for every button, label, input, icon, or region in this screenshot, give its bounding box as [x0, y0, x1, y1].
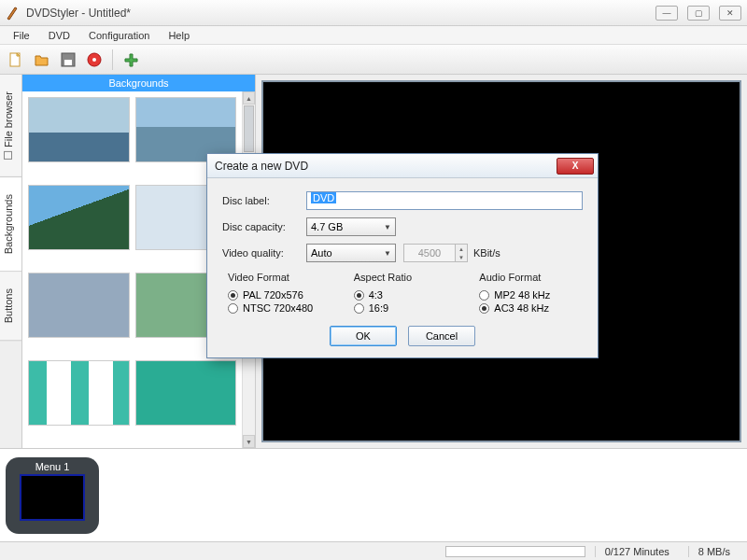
svg-point-4 — [92, 58, 96, 62]
app-icon — [6, 6, 21, 21]
side-tabs: File browser Backgrounds Buttons — [0, 75, 22, 448]
menu-chip-label: Menu 1 — [35, 461, 70, 472]
aspect-ratio-group: Aspect Ratio 4:3 16:9 — [348, 272, 458, 315]
new-file-icon — [7, 51, 24, 68]
status-progress — [445, 546, 585, 557]
cancel-button[interactable]: Cancel — [408, 326, 475, 346]
new-dvd-dialog: Create a new DVD X Disc label: DVD Disc … — [206, 153, 599, 358]
spinner-down-icon[interactable]: ▼ — [456, 253, 467, 261]
toolbar — [0, 45, 747, 75]
video-quality-label: Video quality: — [222, 247, 306, 259]
timeline: Menu 1 — [0, 448, 747, 541]
window-close-button[interactable]: ✕ — [719, 6, 741, 21]
window-titlebar: DVDStyler - Untitled* — ▢ ✕ — [0, 0, 747, 26]
bitrate-spinner[interactable]: ▲▼ — [455, 244, 468, 262]
radio-icon — [228, 290, 238, 301]
radio-mp2[interactable]: MP2 48 kHz — [473, 288, 583, 301]
radio-icon — [228, 303, 238, 314]
radio-icon — [354, 290, 364, 301]
audio-format-group: Audio Format MP2 48 kHz AC3 48 kHz — [473, 272, 583, 315]
disc-label-input[interactable]: DVD — [306, 191, 583, 210]
sidetab-label: Backgrounds — [3, 194, 14, 254]
disc-burn-icon — [86, 51, 103, 68]
dialog-title: Create a new DVD — [215, 160, 557, 173]
spinner-up-icon[interactable]: ▲ — [456, 245, 467, 253]
menu-file[interactable]: File — [4, 28, 39, 43]
save-icon — [60, 51, 77, 68]
plus-icon — [122, 51, 139, 68]
bitrate-input: 4500 — [403, 244, 456, 262]
disc-capacity-value: 4.7 GB — [311, 221, 343, 232]
scroll-up-button[interactable]: ▲ — [243, 91, 255, 105]
scroll-down-button[interactable]: ▼ — [243, 435, 255, 448]
background-thumbnail[interactable] — [135, 360, 237, 426]
radio-ntsc[interactable]: NTSC 720x480 — [222, 301, 331, 315]
radio-pal[interactable]: PAL 720x576 — [222, 288, 331, 301]
toolbar-open-button[interactable] — [30, 48, 54, 72]
timeline-menu-chip[interactable]: Menu 1 — [6, 457, 99, 534]
toolbar-new-button[interactable] — [4, 48, 28, 72]
status-bar: 0/127 Minutes 8 MB/s — [0, 541, 747, 560]
window-title: DVDStyler - Untitled* — [26, 7, 655, 20]
dialog-titlebar[interactable]: Create a new DVD X — [207, 154, 598, 178]
sidetab-file-browser[interactable]: File browser — [0, 75, 21, 177]
ok-button[interactable]: OK — [330, 326, 397, 346]
window-minimize-button[interactable]: — — [655, 6, 678, 21]
backgrounds-header: Backgrounds — [22, 75, 255, 91]
menu-bar: File DVD Configuration Help — [0, 26, 747, 45]
window-maximize-button[interactable]: ▢ — [687, 6, 710, 21]
scroll-thumb[interactable] — [244, 105, 254, 152]
dialog-close-button[interactable]: X — [557, 158, 594, 175]
sidetab-buttons[interactable]: Buttons — [0, 272, 21, 341]
menu-help[interactable]: Help — [159, 28, 199, 43]
menu-chip-thumbnail — [20, 474, 85, 521]
dialog-body: Disc label: DVD Disc capacity: 4.7 GB ▼ … — [207, 178, 598, 357]
video-format-title: Video Format — [222, 272, 331, 283]
radio-icon — [479, 303, 489, 314]
video-format-group: Video Format PAL 720x576 NTSC 720x480 — [222, 272, 331, 315]
chevron-down-icon: ▼ — [384, 223, 391, 231]
menu-configuration[interactable]: Configuration — [79, 28, 159, 43]
folder-open-icon — [34, 51, 50, 68]
menu-dvd[interactable]: DVD — [39, 28, 79, 43]
video-quality-value: Auto — [311, 247, 332, 259]
status-minutes: 0/127 Minutes — [595, 546, 679, 557]
toolbar-separator — [112, 49, 113, 70]
radio-ac3[interactable]: AC3 48 kHz — [473, 301, 583, 315]
radio-4-3[interactable]: 4:3 — [348, 288, 458, 301]
sidetab-label: Buttons — [3, 288, 14, 323]
sidetab-backgrounds[interactable]: Backgrounds — [0, 177, 21, 272]
disc-label-label: Disc label: — [222, 195, 306, 206]
background-thumbnail[interactable] — [28, 273, 130, 338]
background-thumbnail[interactable] — [28, 97, 130, 162]
disc-capacity-label: Disc capacity: — [222, 221, 306, 232]
disc-capacity-combo[interactable]: 4.7 GB ▼ — [306, 217, 396, 236]
toolbar-save-button[interactable] — [56, 48, 80, 72]
bitrate-unit: KBit/s — [473, 247, 500, 259]
video-quality-combo[interactable]: Auto ▼ — [306, 244, 396, 262]
background-thumbnail[interactable] — [28, 185, 130, 250]
radio-icon — [354, 303, 364, 314]
aspect-ratio-title: Aspect Ratio — [348, 272, 458, 283]
audio-format-title: Audio Format — [473, 272, 583, 283]
status-bitrate: 8 MB/s — [688, 546, 740, 557]
toolbar-burn-button[interactable] — [82, 48, 106, 72]
background-thumbnail[interactable] — [28, 360, 130, 426]
chevron-down-icon: ▼ — [384, 249, 391, 258]
radio-icon — [479, 290, 489, 301]
svg-rect-2 — [64, 60, 72, 65]
disc-label-value: DVD — [311, 192, 336, 203]
sidetab-label: File browser — [3, 91, 14, 147]
radio-16-9[interactable]: 16:9 — [348, 301, 458, 315]
toolbar-add-button[interactable] — [119, 48, 143, 72]
